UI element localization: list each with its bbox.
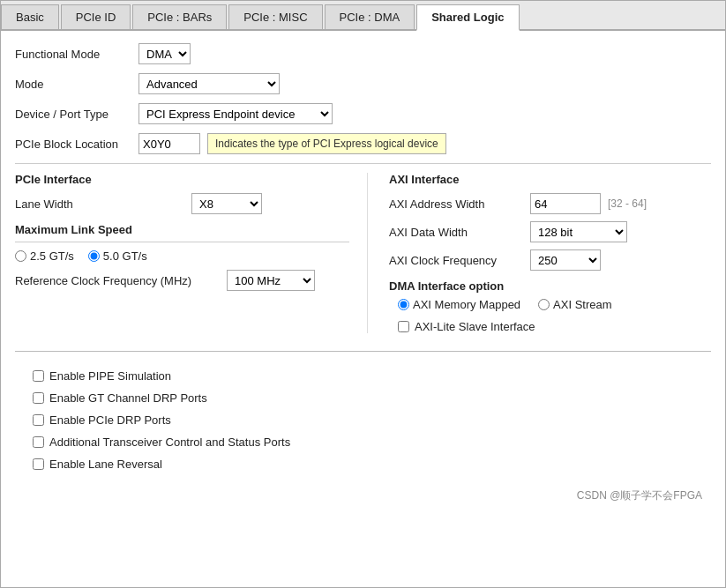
ref-clock-select[interactable]: 100 MHz bbox=[227, 270, 315, 291]
pcie-drp-checkbox[interactable] bbox=[33, 414, 44, 426]
dma-interface-title: DMA Interface option bbox=[389, 279, 711, 293]
lane-width-row: Lane Width X8 bbox=[15, 193, 349, 214]
pcie-interface-title: PCIe Interface bbox=[15, 173, 349, 186]
axi-clock-freq-select[interactable]: 250 bbox=[530, 249, 601, 271]
pcie-drp-label: Enable PCIe DRP Ports bbox=[49, 413, 171, 427]
speed-25-label: 2.5 GT/s bbox=[30, 249, 74, 263]
lane-reversal-checkbox[interactable] bbox=[33, 458, 44, 470]
checkbox-gt-channel: Enable GT Channel DRP Ports bbox=[33, 391, 711, 405]
mode-select[interactable]: Advanced bbox=[138, 73, 280, 94]
functional-mode-row: Functional Mode DMA bbox=[15, 43, 711, 64]
speed-group: 2.5 GT/s 5.0 GT/s bbox=[15, 249, 349, 263]
device-port-type-label: Device / Port Type bbox=[15, 108, 138, 121]
axi-data-width-select[interactable]: 128 bit bbox=[530, 221, 627, 242]
pcie-block-location-row: PCIe Block Location Indicates the type o… bbox=[15, 133, 711, 154]
tab-bar: Basic PCIe ID PCIe : BARs PCIe : MISC PC… bbox=[1, 1, 725, 31]
tab-pcie-bars[interactable]: PCIe : BARs bbox=[132, 4, 227, 29]
axi-lite-checkbox[interactable] bbox=[398, 321, 409, 332]
lane-width-label: Lane Width bbox=[15, 197, 191, 211]
dma-stream-radio[interactable] bbox=[538, 299, 550, 310]
tab-pcie-id[interactable]: PCIe ID bbox=[61, 4, 131, 29]
speed-divider bbox=[15, 242, 349, 242]
pipe-sim-checkbox[interactable] bbox=[33, 370, 44, 382]
device-port-type-select[interactable]: PCI Express Endpoint device bbox=[138, 103, 333, 124]
axi-data-width-row: AXI Data Width 128 bit bbox=[389, 221, 711, 242]
pcie-interface-section: PCIe Interface Lane Width X8 Maximum Lin… bbox=[15, 173, 368, 333]
speed-25-radio[interactable] bbox=[15, 250, 26, 262]
speed-50-label: 5.0 GT/s bbox=[103, 249, 147, 263]
pcie-block-location-label: PCIe Block Location bbox=[15, 138, 138, 151]
gt-channel-label: Enable GT Channel DRP Ports bbox=[49, 391, 207, 405]
additional-transceiver-checkbox[interactable] bbox=[33, 436, 44, 448]
dma-memory-mapped-radio[interactable] bbox=[398, 299, 409, 310]
functional-mode-label: Functional Mode bbox=[15, 48, 138, 61]
main-window: Basic PCIe ID PCIe : BARs PCIe : MISC PC… bbox=[0, 0, 726, 588]
device-port-type-row: Device / Port Type PCI Express Endpoint … bbox=[15, 103, 711, 124]
axi-lite-row: AXI-Lite Slave Interface bbox=[398, 320, 711, 333]
mode-row: Mode Advanced bbox=[15, 73, 711, 94]
dma-stream-option: AXI Stream bbox=[538, 298, 611, 311]
axi-address-width-range: [32 - 64] bbox=[608, 197, 647, 210]
tab-pcie-dma[interactable]: PCIe : DMA bbox=[325, 4, 415, 29]
two-col-layout: PCIe Interface Lane Width X8 Maximum Lin… bbox=[15, 173, 711, 333]
speed-50-radio[interactable] bbox=[88, 250, 100, 262]
functional-mode-select[interactable]: DMA bbox=[138, 43, 191, 64]
axi-interface-section: AXI Interface AXI Address Width [32 - 64… bbox=[368, 173, 711, 333]
dma-memory-mapped-label: AXI Memory Mapped bbox=[413, 298, 520, 311]
axi-lite-label: AXI-Lite Slave Interface bbox=[415, 320, 535, 333]
tab-pcie-misc[interactable]: PCIe : MISC bbox=[228, 4, 322, 29]
axi-data-width-label: AXI Data Width bbox=[389, 226, 530, 239]
axi-clock-freq-label: AXI Clock Frequency bbox=[389, 254, 530, 267]
ref-clock-row: Reference Clock Frequency (MHz) 100 MHz bbox=[15, 270, 349, 291]
tooltip-box: Indicates the type of PCI Express logica… bbox=[207, 133, 446, 154]
axi-address-width-row: AXI Address Width [32 - 64] bbox=[389, 193, 711, 214]
speed-50-option: 5.0 GT/s bbox=[88, 249, 147, 263]
dma-radio-row: AXI Memory Mapped AXI Stream bbox=[398, 298, 711, 311]
checkbox-pipe-sim: Enable PIPE Simulation bbox=[33, 369, 711, 383]
mode-label: Mode bbox=[15, 78, 138, 91]
lane-width-select[interactable]: X8 bbox=[191, 193, 262, 214]
checkbox-lane-reversal: Enable Lane Reversal bbox=[33, 458, 711, 471]
divider bbox=[15, 163, 711, 164]
dma-stream-label: AXI Stream bbox=[553, 298, 611, 311]
checkbox-additional-transceiver: Additional Transceiver Control and Statu… bbox=[33, 435, 711, 449]
dma-memory-mapped-option: AXI Memory Mapped bbox=[398, 298, 520, 311]
axi-address-width-input[interactable] bbox=[530, 193, 601, 214]
axi-address-width-label: AXI Address Width bbox=[389, 197, 530, 211]
axi-interface-title: AXI Interface bbox=[389, 173, 711, 186]
gt-channel-checkbox[interactable] bbox=[33, 392, 44, 404]
ref-clock-label: Reference Clock Frequency (MHz) bbox=[15, 274, 218, 287]
watermark: CSDN @顺子学不会FPGA bbox=[15, 488, 711, 509]
additional-transceiver-label: Additional Transceiver Control and Statu… bbox=[49, 435, 290, 449]
pcie-block-location-input[interactable] bbox=[138, 133, 200, 154]
tab-shared-logic[interactable]: Shared Logic bbox=[416, 4, 519, 31]
pipe-sim-label: Enable PIPE Simulation bbox=[49, 369, 171, 383]
bottom-section: Enable PIPE Simulation Enable GT Channel… bbox=[15, 351, 711, 471]
axi-clock-freq-row: AXI Clock Frequency 250 bbox=[389, 249, 711, 271]
main-content: Functional Mode DMA Mode Advanced Device… bbox=[1, 31, 725, 517]
lane-reversal-label: Enable Lane Reversal bbox=[49, 458, 162, 471]
speed-25-option: 2.5 GT/s bbox=[15, 249, 74, 263]
checkbox-pcie-drp: Enable PCIe DRP Ports bbox=[33, 413, 711, 427]
max-link-speed-title: Maximum Link Speed bbox=[15, 223, 349, 236]
tab-basic[interactable]: Basic bbox=[1, 4, 59, 29]
